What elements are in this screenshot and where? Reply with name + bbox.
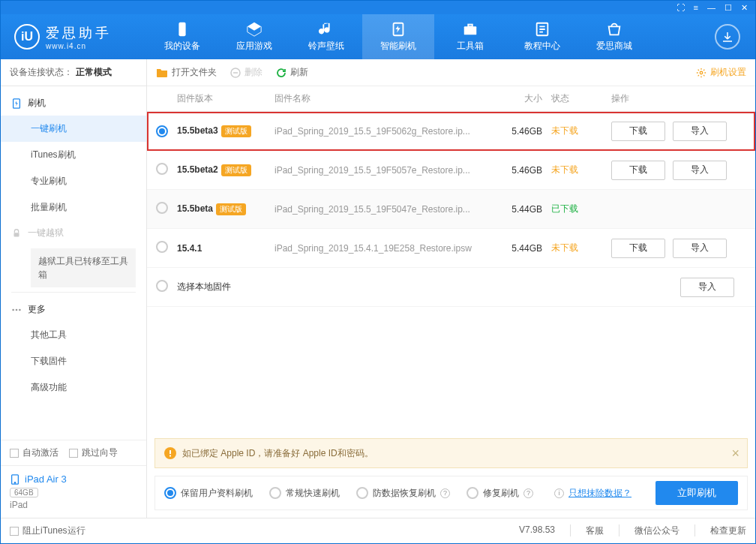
sidebar-item[interactable]: 专业刷机 [1, 168, 146, 194]
nav-tab[interactable]: 应用游戏 [218, 14, 290, 59]
firmware-row[interactable]: 15.5beta测试版iPad_Spring_2019_15.5_19F5047… [147, 190, 755, 229]
open-folder-button[interactable]: 打开文件夹 [156, 66, 217, 79]
help-icon[interactable]: ? [524, 488, 533, 498]
svg-rect-16 [170, 450, 171, 454]
device-icon [10, 474, 20, 485]
folder-icon [156, 68, 168, 78]
firmware-row[interactable]: 选择本地固件导入 [147, 268, 755, 307]
row-btn[interactable]: 导入 [673, 161, 727, 180]
flash-icon [11, 98, 22, 109]
brand-sub: www.i4.cn [46, 42, 112, 50]
firmware-row[interactable]: 15.5beta3测试版iPad_Spring_2019_15.5_19F506… [147, 112, 755, 151]
logo-icon: iU [14, 24, 40, 50]
version-label: V7.98.53 [519, 524, 555, 537]
device-info: iPad Air 3 64GB iPad [1, 465, 146, 518]
footer: 阻止iTunes运行 V7.98.53 客服 微信公众号 检查更新 [1, 518, 755, 543]
flash-now-button[interactable]: 立即刷机 [656, 481, 738, 505]
sidebar-item[interactable]: iTunes刷机 [1, 142, 146, 168]
delete-button: 删除 [230, 66, 262, 79]
skip-guide-checkbox[interactable]: 跳过向导 [69, 446, 118, 459]
more-icon [11, 305, 22, 315]
help-icon[interactable]: ? [440, 488, 450, 498]
row-radio[interactable] [156, 163, 168, 175]
svg-rect-4 [468, 25, 472, 27]
sidebar-head-flash[interactable]: 刷机 [1, 91, 146, 116]
download-icon[interactable] [715, 24, 740, 50]
warning-icon [164, 447, 176, 459]
header: iU 爱思助手 www.i4.cn 我的设备应用游戏铃声壁纸智能刷机工具箱教程中… [1, 14, 755, 59]
maximize-icon[interactable]: ☐ [724, 3, 732, 13]
sidebar-item[interactable]: 高级功能 [1, 374, 146, 401]
info-icon[interactable]: i [554, 488, 564, 498]
brand-title: 爱思助手 [46, 24, 112, 42]
svg-point-9 [16, 308, 18, 311]
appleid-notice: 如已绑定 Apple ID，请准备好 Apple ID和密码。 × [154, 438, 748, 468]
row-radio[interactable] [156, 125, 168, 137]
svg-point-12 [14, 482, 15, 482]
nav-tab[interactable]: 我的设备 [146, 14, 218, 59]
nav-tab[interactable]: 铃声壁纸 [290, 14, 362, 59]
notice-close-icon[interactable]: × [731, 446, 740, 461]
logo-zone: iU 爱思助手 www.i4.cn [1, 24, 125, 50]
auto-activate-checkbox[interactable]: 自动激活 [10, 446, 58, 459]
svg-point-10 [19, 308, 21, 311]
block-itunes-checkbox[interactable]: 阻止iTunes运行 [10, 524, 86, 537]
nav-tab[interactable]: 智能刷机 [362, 14, 434, 59]
titlebar-btn[interactable]: ≡ [694, 3, 698, 12]
row-btn[interactable]: 下载 [611, 122, 665, 141]
opt-repair[interactable]: 修复刷机? [466, 487, 533, 500]
sidebar-item[interactable]: 其他工具 [1, 322, 146, 348]
svg-point-8 [12, 308, 14, 311]
svg-point-14 [700, 71, 703, 74]
refresh-button[interactable]: 刷新 [276, 66, 308, 79]
device-storage: 64GB [10, 488, 38, 497]
row-radio[interactable] [156, 280, 168, 292]
sidebar-item[interactable]: 下载固件 [1, 348, 146, 374]
flash-settings-button[interactable]: 刷机设置 [696, 66, 746, 79]
flash-options: 保留用户资料刷机 常规快速刷机 防数据恢复刷机? 修复刷机? i只想抹除数据？ … [154, 476, 748, 510]
table-header: 固件版本 固件名称 大小 状态 操作 [147, 86, 755, 112]
footer-link[interactable]: 客服 [586, 524, 604, 537]
row-btn[interactable]: 下载 [611, 161, 665, 180]
connection-status: 设备连接状态：正常模式 [1, 59, 146, 86]
close-icon[interactable]: ✕ [741, 3, 748, 13]
nav-tab[interactable]: 爱思商城 [578, 14, 650, 59]
footer-link[interactable]: 检查更新 [710, 524, 746, 537]
titlebar: ⛶ ≡ — ☐ ✕ [1, 1, 755, 14]
opt-anti-recovery[interactable]: 防数据恢复刷机? [356, 487, 450, 500]
delete-icon [230, 68, 241, 78]
opt-keep-data[interactable]: 保留用户资料刷机 [164, 487, 253, 500]
toolbar: 打开文件夹 删除 刷新 刷机设置 [147, 59, 755, 86]
row-btn[interactable]: 下载 [611, 239, 665, 258]
row-btn[interactable]: 导入 [673, 122, 727, 141]
firmware-row[interactable]: 15.4.1iPad_Spring_2019_15.4.1_19E258_Res… [147, 229, 755, 268]
footer-link[interactable]: 微信公众号 [634, 524, 680, 537]
minimize-icon[interactable]: — [707, 3, 716, 12]
jailbreak-moved-note: 越狱工具已转移至工具箱 [31, 248, 136, 287]
row-radio[interactable] [156, 202, 168, 214]
row-radio[interactable] [156, 241, 168, 253]
device-model: iPad [10, 500, 137, 510]
nav-tab[interactable]: 教程中心 [506, 14, 578, 59]
svg-point-1 [182, 34, 183, 35]
sidebar-item[interactable]: 批量刷机 [1, 194, 146, 221]
sidebar-head-jailbreak: 一键越狱 [1, 221, 146, 245]
svg-rect-3 [464, 26, 477, 35]
gear-icon [696, 68, 706, 78]
svg-rect-17 [170, 455, 171, 457]
svg-rect-7 [14, 233, 20, 236]
row-btn[interactable]: 导入 [680, 278, 734, 297]
titlebar-btn[interactable]: ⛶ [676, 3, 685, 12]
sidebar-head-more[interactable]: 更多 [1, 297, 146, 322]
opt-normal[interactable]: 常规快速刷机 [269, 487, 340, 500]
lock-icon [11, 228, 22, 239]
nav-tab[interactable]: 工具箱 [434, 14, 506, 59]
sidebar-item[interactable]: 一键刷机 [1, 116, 146, 142]
firmware-row[interactable]: 15.5beta2测试版iPad_Spring_2019_15.5_19F505… [147, 151, 755, 190]
refresh-icon [276, 68, 286, 78]
row-btn[interactable]: 导入 [673, 239, 727, 258]
erase-data-link[interactable]: 只想抹除数据？ [568, 487, 632, 500]
